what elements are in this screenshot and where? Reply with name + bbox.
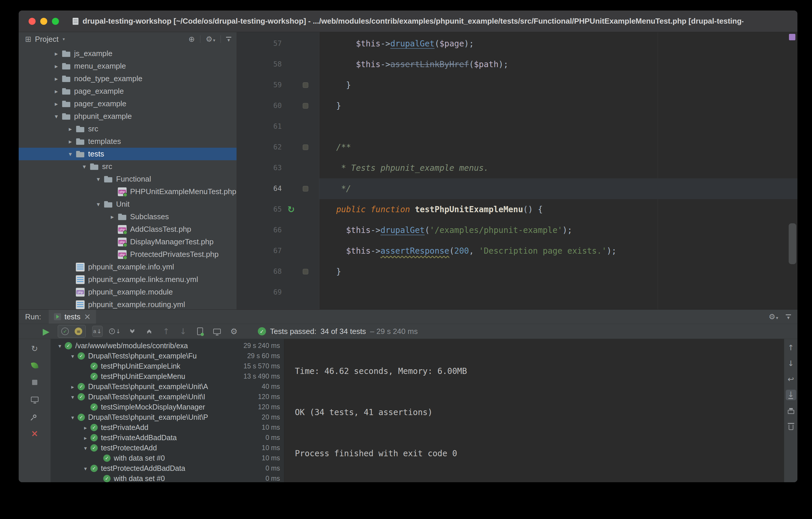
chevron-right-icon[interactable]: ▸ [51, 75, 62, 82]
code-line[interactable]: 62 /** [237, 137, 798, 158]
titlebar[interactable]: drupal-testing-workshop [~/Code/os/drupa… [19, 10, 798, 32]
chevron-down-icon[interactable]: ▾ [68, 414, 78, 420]
code-line[interactable]: 58 $this->assertLinkByHref($path); [237, 54, 798, 75]
code-line[interactable]: 67 $this->assertResponse(200, 'Descripti… [237, 241, 798, 261]
test-tree-item[interactable]: ▾✓testProtectedAddBadData0 ms [51, 463, 284, 473]
chevron-right-icon[interactable]: ▸ [65, 138, 76, 145]
project-tree-item[interactable]: ▸templates [19, 135, 236, 148]
code-line[interactable]: 63 * Tests phpunit_example menus. [237, 158, 798, 179]
test-tree-item[interactable]: ▾✓/var/www/web/modules/contrib/exa29 s 2… [51, 340, 284, 351]
chevron-right-icon[interactable]: ▸ [51, 101, 62, 107]
run-tab-tests[interactable]: tests × [49, 310, 96, 324]
code-line[interactable]: 61 [237, 116, 798, 137]
project-tree-item[interactable]: DisplayManagerTest.php [19, 236, 236, 248]
chevron-right-icon[interactable]: ▸ [51, 88, 62, 95]
next-failed-test-button[interactable]: ↓ [178, 326, 188, 337]
test-tree-item[interactable]: ✓testSimpleMockDisplayManager120 ms [51, 402, 284, 412]
collapse-all-button[interactable] [144, 326, 154, 337]
code-line[interactable]: 57 $this->drupalGet($page); [237, 33, 798, 54]
fold-marker-icon[interactable] [303, 82, 308, 88]
chevron-down-icon[interactable]: ▾ [93, 176, 104, 183]
project-tree-item[interactable]: ▾Unit [19, 198, 236, 211]
project-tree-item[interactable]: phpunit_example.module [19, 286, 236, 298]
chevron-right-icon[interactable]: ▸ [81, 425, 90, 431]
test-tree-item[interactable]: ▾✓testProtectedAdd10 ms [51, 443, 284, 453]
project-tree-item[interactable]: ▸js_example [19, 47, 236, 60]
chevron-right-icon[interactable]: ▸ [51, 63, 62, 70]
test-tree-item[interactable]: ▸✓Drupal\Tests\phpunit_example\Unit\A40 … [51, 382, 284, 392]
test-tree-item[interactable]: ▾✓Drupal\Tests\phpunit_example\Unit\I120… [51, 392, 284, 402]
code-line[interactable]: 65↻ public function testPhpUnitExampleMe… [237, 199, 798, 220]
show-passed-toggle[interactable]: ✓ [60, 326, 70, 337]
soft-wrap-toggle[interactable]: ↩ [786, 374, 796, 384]
test-tree-item[interactable]: ▸✓testPrivateAddBadData0 ms [51, 433, 284, 443]
project-panel-title[interactable]: Project [35, 35, 59, 44]
chevron-down-icon[interactable]: ▾ [81, 445, 90, 451]
close-run-panel-button[interactable]: × [30, 428, 40, 438]
scroll-to-end-toggle[interactable]: ↓ [786, 390, 796, 400]
test-tree-item[interactable]: ✓testPhpUnitExampleMenu13 s 490 ms [51, 371, 284, 382]
chevron-down-icon[interactable]: ▾ [55, 343, 65, 349]
project-tree-item[interactable]: ▾tests [19, 148, 236, 160]
project-tree-item[interactable]: ▾phpunit_example [19, 110, 236, 122]
toggle-autotest-button[interactable] [30, 360, 40, 371]
project-tree-item[interactable]: ▸Subclasses [19, 211, 236, 223]
scroll-down-button[interactable]: ↓ [786, 358, 796, 369]
chevron-down-icon[interactable]: ▾ [68, 394, 78, 400]
locate-file-icon[interactable]: ⊕ [188, 35, 195, 44]
hide-run-panel-icon[interactable]: ▾ [786, 315, 791, 319]
rerun-tests-button[interactable]: ▶ [41, 326, 51, 337]
project-tree-item[interactable]: ▸pager_example [19, 98, 236, 110]
project-views-caret-icon[interactable]: ▾ [63, 36, 65, 42]
editor-scrollbar-thumb[interactable] [789, 223, 796, 264]
clear-console-button[interactable] [786, 421, 796, 432]
fold-marker-icon[interactable] [303, 103, 308, 109]
editor-error-stripe[interactable] [787, 32, 798, 309]
fold-marker-icon[interactable] [303, 144, 308, 150]
chevron-right-icon[interactable]: ▸ [51, 50, 62, 57]
test-tree-item[interactable]: ✓with data set #00 ms [51, 473, 284, 482]
sort-by-duration-toggle[interactable]: ↓ [109, 326, 121, 337]
chevron-down-icon[interactable]: ▾ [93, 201, 104, 208]
fold-marker-icon[interactable] [303, 186, 308, 191]
project-tree-item[interactable]: phpunit_example.info.yml [19, 261, 236, 273]
run-test-icon[interactable]: ↻ [287, 205, 295, 214]
code-line[interactable]: 68 } [237, 261, 798, 282]
fold-marker-icon[interactable] [303, 269, 308, 274]
pin-tab-button[interactable] [30, 411, 40, 421]
document-proxy-icon[interactable] [72, 18, 79, 25]
code-line[interactable]: 69 [237, 282, 798, 303]
rerun-button[interactable]: ↻ [30, 344, 40, 354]
test-tree-item[interactable]: ✓with data set #010 ms [51, 453, 284, 463]
chevron-down-icon[interactable]: ▾ [81, 465, 90, 472]
project-tree-item[interactable]: phpunit_example.routing.yml [19, 298, 236, 309]
close-window-button[interactable] [29, 18, 36, 25]
project-tree-item[interactable]: ▸src [19, 122, 236, 135]
test-tree-item[interactable]: ▾✓Drupal\Tests\phpunit_example\Fu29 s 60… [51, 351, 284, 361]
import-test-results-button[interactable] [195, 326, 205, 337]
editor[interactable]: 57 $this->drupalGet($page);58 $this->ass… [237, 32, 798, 309]
close-tab-icon[interactable]: × [84, 312, 91, 321]
chevron-right-icon[interactable]: ▸ [65, 126, 76, 133]
project-tree-item[interactable]: ▸node_type_example [19, 73, 236, 85]
print-console-button[interactable] [786, 406, 796, 416]
project-settings-gear-icon[interactable]: ⚙▾ [206, 35, 215, 44]
console-output[interactable]: Time: 46.62 seconds, Memory: 6.00MB OK (… [284, 339, 784, 482]
chevron-down-icon[interactable]: ▾ [68, 353, 78, 359]
run-toolbar-gear-button[interactable]: ⚙ [229, 326, 239, 337]
scroll-up-button[interactable]: ↑ [786, 343, 796, 353]
project-tree-item[interactable]: ▸page_example [19, 85, 236, 98]
test-tree-item[interactable]: ✓testPhpUnitExampleLink15 s 570 ms [51, 361, 284, 371]
project-tree-item[interactable]: ▾Functional [19, 173, 236, 185]
stop-button[interactable] [30, 377, 40, 387]
chevron-right-icon[interactable]: ▸ [68, 384, 78, 390]
minimize-window-button[interactable] [40, 18, 47, 25]
project-tree-item[interactable]: phpunit_example.links.menu.yml [19, 273, 236, 286]
code-line[interactable]: 59 } [237, 75, 798, 95]
test-tree-item[interactable]: ▸✓testPrivateAdd10 ms [51, 422, 284, 433]
chevron-down-icon[interactable]: ▾ [65, 151, 76, 158]
previous-failed-test-button[interactable]: ↑ [161, 326, 172, 337]
chevron-down-icon[interactable]: ▾ [79, 163, 90, 170]
test-history-button[interactable] [212, 326, 222, 337]
code-line[interactable]: 64 */ [237, 179, 798, 199]
